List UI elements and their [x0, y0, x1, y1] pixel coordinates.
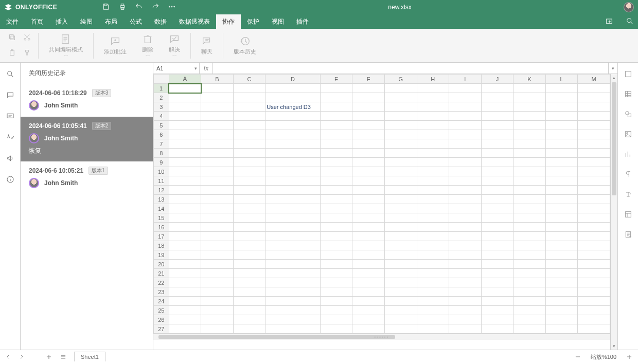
column-header[interactable]: C — [233, 75, 265, 84]
cell[interactable] — [578, 260, 610, 269]
cell[interactable] — [384, 149, 417, 158]
menu-formula[interactable]: 公式 — [123, 14, 148, 29]
textart-settings-icon[interactable] — [624, 190, 632, 200]
cell[interactable] — [201, 176, 234, 186]
row-header[interactable]: 1 — [154, 84, 169, 93]
find-icon[interactable] — [6, 70, 14, 80]
cell[interactable] — [513, 149, 546, 158]
cell[interactable] — [201, 93, 234, 102]
cell[interactable] — [352, 287, 385, 297]
cell[interactable] — [384, 139, 417, 149]
cell[interactable] — [265, 84, 320, 93]
cell[interactable] — [320, 102, 352, 112]
cell[interactable] — [384, 121, 417, 130]
cell[interactable] — [352, 167, 385, 176]
cell[interactable] — [384, 324, 417, 334]
cell[interactable] — [201, 84, 234, 93]
sheet-prev-icon[interactable] — [5, 354, 11, 361]
cell[interactable] — [449, 269, 482, 278]
cell[interactable] — [545, 204, 578, 213]
column-header[interactable]: D — [265, 75, 320, 84]
paste-icon[interactable] — [8, 49, 16, 58]
cell[interactable] — [201, 297, 234, 306]
cell[interactable] — [513, 176, 546, 186]
cell[interactable] — [352, 306, 385, 315]
copy-icon[interactable] — [8, 33, 16, 43]
zoom-in-icon[interactable] — [626, 353, 633, 361]
cell[interactable] — [449, 306, 482, 315]
cell[interactable] — [384, 250, 417, 260]
cell[interactable] — [201, 139, 234, 149]
cell[interactable] — [265, 130, 320, 139]
cell[interactable] — [481, 278, 513, 287]
cell[interactable] — [265, 139, 320, 149]
chart-settings-icon[interactable] — [624, 150, 632, 160]
cell[interactable] — [481, 306, 513, 315]
spreadsheet-grid[interactable]: ABCDEFGHIJKLM123User changed D3456789101… — [153, 74, 610, 334]
format-painter-icon[interactable] — [23, 49, 31, 58]
cell[interactable] — [578, 186, 610, 195]
cell[interactable] — [169, 139, 201, 149]
row-header[interactable]: 2 — [154, 93, 169, 102]
column-header[interactable]: A — [169, 75, 201, 84]
cell[interactable] — [578, 84, 610, 93]
fx-icon[interactable]: fx — [200, 63, 213, 74]
cell[interactable] — [449, 176, 482, 186]
menu-insert[interactable]: 插入 — [49, 14, 74, 29]
cell[interactable] — [545, 269, 578, 278]
cell[interactable] — [417, 84, 449, 93]
cell[interactable] — [545, 287, 578, 297]
cell[interactable] — [449, 324, 482, 334]
cell[interactable] — [578, 204, 610, 213]
slicer-settings-icon[interactable] — [624, 230, 632, 240]
cell[interactable] — [169, 167, 201, 176]
cell[interactable] — [417, 315, 449, 324]
cell[interactable] — [352, 278, 385, 287]
cell[interactable] — [545, 250, 578, 260]
cell[interactable] — [449, 241, 482, 250]
version-item[interactable]: 2024-06-6 10:05:21 版本1 John Smith — [21, 161, 153, 194]
cell[interactable] — [352, 324, 385, 334]
cell[interactable] — [545, 149, 578, 158]
zoom-label[interactable]: 缩放%100 — [591, 353, 616, 361]
row-header[interactable]: 11 — [154, 176, 169, 186]
cell[interactable] — [578, 167, 610, 176]
cell[interactable] — [545, 158, 578, 167]
cell[interactable] — [481, 149, 513, 158]
cell[interactable] — [352, 84, 385, 93]
cell[interactable] — [384, 158, 417, 167]
cell[interactable] — [265, 195, 320, 204]
cell[interactable] — [545, 167, 578, 176]
cell[interactable] — [384, 223, 417, 232]
cell[interactable] — [265, 306, 320, 315]
cell[interactable] — [513, 250, 546, 260]
row-header[interactable]: 10 — [154, 167, 169, 176]
cell[interactable] — [481, 287, 513, 297]
cell[interactable] — [417, 130, 449, 139]
row-header[interactable]: 23 — [154, 287, 169, 297]
cell[interactable] — [545, 176, 578, 186]
cell[interactable] — [265, 232, 320, 241]
cell[interactable] — [384, 130, 417, 139]
cell[interactable] — [578, 93, 610, 102]
cell[interactable] — [513, 121, 546, 130]
cell[interactable] — [578, 306, 610, 315]
cell[interactable] — [481, 84, 513, 93]
cell[interactable] — [417, 241, 449, 250]
cell[interactable] — [320, 269, 352, 278]
cell[interactable] — [201, 112, 234, 121]
feedback-icon[interactable] — [6, 154, 14, 164]
cell[interactable] — [201, 149, 234, 158]
cell[interactable] — [449, 139, 482, 149]
cell[interactable] — [201, 121, 234, 130]
cell-settings-icon[interactable] — [624, 70, 632, 80]
cell[interactable] — [384, 287, 417, 297]
row-header[interactable]: 22 — [154, 278, 169, 287]
cell[interactable] — [169, 223, 201, 232]
cell[interactable] — [417, 167, 449, 176]
row-header[interactable]: 24 — [154, 297, 169, 306]
cell[interactable] — [578, 315, 610, 324]
cell[interactable] — [320, 232, 352, 241]
cell[interactable] — [384, 213, 417, 223]
cell[interactable] — [578, 287, 610, 297]
